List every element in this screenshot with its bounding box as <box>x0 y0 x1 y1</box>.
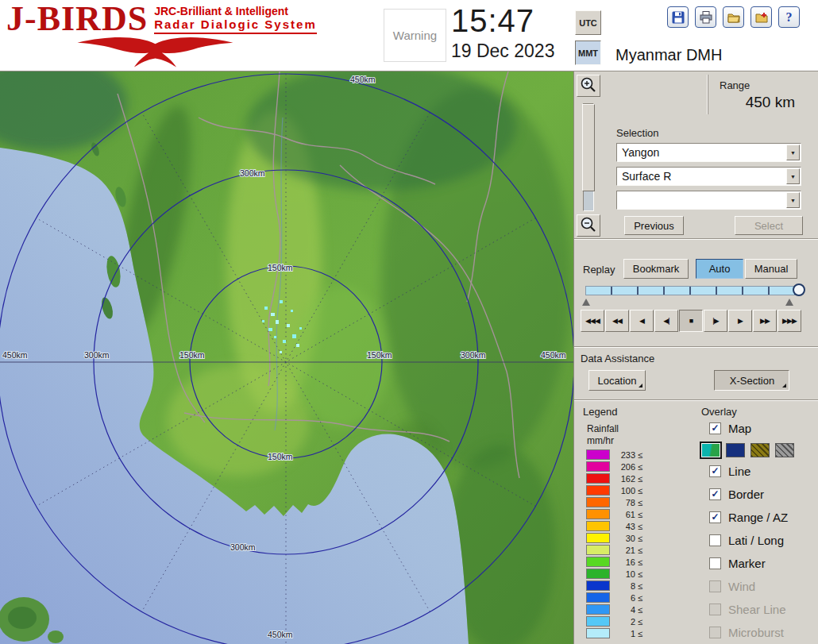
playback-controls: ◀◀◀ ◀◀ ◀ ◀| ■ |▶ ▶ ▶▶ ▶▶▶ <box>581 310 804 332</box>
gray-hatch-map-swatch[interactable] <box>775 443 794 457</box>
manual-mode-button[interactable]: Manual <box>745 259 797 279</box>
range-label: Range <box>720 79 750 91</box>
utc-button[interactable]: UTC <box>575 10 601 35</box>
chevron-down-icon[interactable]: ▼ <box>786 192 800 208</box>
navy-map-swatch[interactable] <box>726 443 745 457</box>
legend-lte-symbol: ≤ <box>638 522 642 531</box>
map-checkbox[interactable]: ✓ <box>709 422 721 434</box>
overlay-item-line: ✓ Line <box>701 463 818 484</box>
terrain-map-swatch[interactable] <box>701 443 720 457</box>
legend-color-swatch <box>586 533 610 543</box>
zoom-slider-track[interactable] <box>583 103 594 211</box>
auto-mode-button[interactable]: Auto <box>696 259 743 279</box>
legend-lte-symbol: ≤ <box>638 617 642 627</box>
legend-color-swatch <box>586 604 610 615</box>
legend-value: 162 <box>610 474 635 484</box>
mmt-button[interactable]: MMT <box>575 40 601 65</box>
folder-open-icon <box>727 10 741 25</box>
overlay-item-label: Range / AZ <box>728 511 788 524</box>
chevron-down-icon[interactable]: ▼ <box>786 168 800 184</box>
fast-forward-to-end-button[interactable]: ▶▶▶ <box>777 310 801 332</box>
zoom-in-button[interactable] <box>577 75 600 97</box>
import-button[interactable] <box>750 6 772 28</box>
map-style-swatches <box>701 443 794 457</box>
overlay-item-label: Marker <box>728 557 766 570</box>
save-button[interactable] <box>667 6 689 28</box>
overlay-item-wind: Wind <box>701 578 818 599</box>
radar-map[interactable]: 450km 300km 150km 450km 300km 150km 150k… <box>0 71 573 644</box>
select-button[interactable]: Select <box>735 216 803 235</box>
legend-color-swatch <box>586 449 610 460</box>
legend-lte-symbol: ≤ <box>638 605 642 615</box>
step-back-button[interactable]: ◀| <box>654 310 678 332</box>
previous-button[interactable]: Previous <box>624 216 684 235</box>
ring-label-s300: 300km <box>230 542 256 552</box>
magnifier-plus-icon <box>578 75 599 94</box>
timeline-handle[interactable] <box>793 283 805 296</box>
product-dropdown[interactable]: Surface R ▼ <box>616 167 801 186</box>
site-dropdown[interactable]: Yangon ▼ <box>616 143 801 162</box>
zoom-slider-thumb[interactable] <box>582 104 595 191</box>
border-checkbox[interactable]: ✓ <box>709 488 721 500</box>
legend-lte-symbol: ≤ <box>638 581 642 591</box>
legend-value: 233 <box>610 450 635 460</box>
lati-long-checkbox[interactable] <box>709 534 721 546</box>
timeline-end-marker[interactable] <box>785 299 793 306</box>
logo-taglines: JRC-Brilliant & Intelligent Radar Dialog… <box>154 5 317 34</box>
side-panel: Range 450 km Selection Yangon ▼ Surface … <box>573 71 818 644</box>
overlay-item-label: Shear Line <box>728 603 786 616</box>
replay-section: Replay Bookmark Auto Manual ◀◀◀ ◀◀ ◀ ◀| … <box>574 240 818 346</box>
timezone-toggle: UTC MMT <box>575 10 602 65</box>
open-button[interactable] <box>723 6 744 28</box>
legend-row: 8≤ <box>586 580 681 592</box>
range-az-checkbox[interactable]: ✓ <box>709 511 721 523</box>
station-name: Myanmar DMH <box>615 46 722 64</box>
overlay-item-label: Lati / Long <box>728 534 784 547</box>
legend-row: 78≤ <box>586 496 681 508</box>
overlay-item-microburst: Microburst <box>701 624 818 644</box>
zoom-out-button[interactable] <box>577 214 600 237</box>
marker-checkbox[interactable] <box>709 557 721 569</box>
chevron-down-icon[interactable]: ▼ <box>786 145 800 160</box>
bookmark-button[interactable]: Bookmark <box>623 259 689 279</box>
legend-lte-symbol: ≤ <box>638 510 642 519</box>
fast-forward-button[interactable]: ▶▶ <box>753 310 777 332</box>
legend-row: 206≤ <box>586 461 681 472</box>
print-button[interactable] <box>695 6 716 28</box>
play-reverse-button[interactable]: ◀ <box>630 310 654 332</box>
line-checkbox[interactable]: ✓ <box>709 465 721 477</box>
warning-label: Warning <box>393 29 437 42</box>
legend-color-swatch <box>586 628 610 638</box>
overlay-item-label: Microburst <box>728 626 784 639</box>
play-button[interactable]: ▶ <box>728 310 752 332</box>
option-dropdown[interactable]: ▼ <box>616 191 801 210</box>
stop-button[interactable]: ■ <box>679 310 703 332</box>
fast-rewind-button[interactable]: ◀◀ <box>605 310 629 332</box>
shear-line-checkbox <box>709 604 721 615</box>
legend-row: 21≤ <box>586 544 681 556</box>
legend-color-swatch <box>586 569 610 579</box>
legend-row: 2≤ <box>586 615 681 627</box>
header: J-BIRDS JRC-Brilliant & Intelligent Rada… <box>0 0 818 71</box>
overlay-item-shear-line: Shear Line <box>701 601 818 622</box>
x-section-button[interactable]: X-Section <box>714 370 789 391</box>
legend-quantity: Rainfall <box>587 423 619 434</box>
replay-timeline-slider[interactable] <box>585 286 801 295</box>
location-button[interactable]: Location <box>588 370 646 391</box>
selection-label: Selection <box>616 127 658 139</box>
fast-rewind-to-start-button[interactable]: ◀◀◀ <box>581 310 604 332</box>
legend-color-swatch <box>586 545 610 555</box>
legend-value: 2 <box>610 617 635 627</box>
olive-hatch-map-swatch[interactable] <box>750 443 770 457</box>
ring-label-w150: 150km <box>179 350 205 360</box>
help-button[interactable]: ? <box>778 6 800 28</box>
timeline-start-marker[interactable] <box>582 299 590 306</box>
legend-value: 43 <box>610 522 635 531</box>
step-forward-button[interactable]: |▶ <box>704 310 727 332</box>
legend-lte-symbol: ≤ <box>638 593 642 603</box>
legend-lte-symbol: ≤ <box>638 486 642 496</box>
ring-label-e300: 300km <box>461 350 486 360</box>
legend-lte-symbol: ≤ <box>638 474 642 484</box>
ring-label-e450: 450km <box>541 350 566 360</box>
data-assistance-label: Data Assistance <box>581 353 654 364</box>
